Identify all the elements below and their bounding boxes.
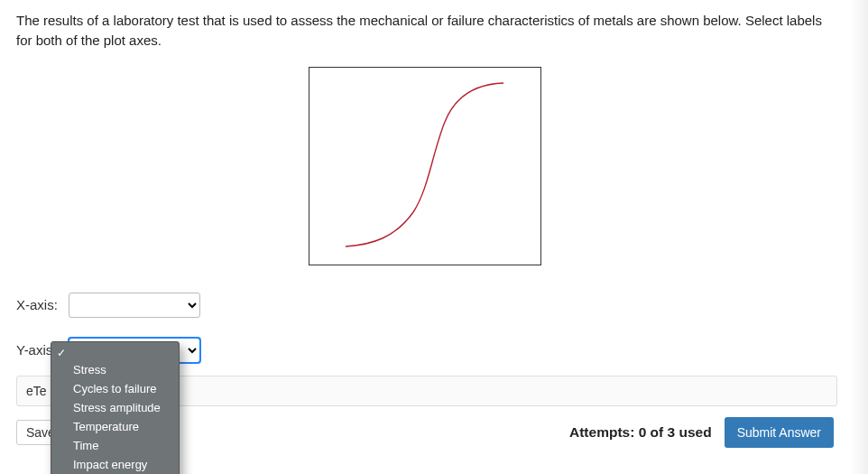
plot-container bbox=[16, 67, 834, 265]
attempts-text: Attempts: 0 of 3 used bbox=[569, 424, 712, 441]
dropdown-option-blank[interactable]: ✓ bbox=[51, 344, 179, 360]
plot-box bbox=[309, 67, 541, 265]
s-curve-plot bbox=[309, 68, 540, 265]
card-right-shadow bbox=[850, 0, 868, 474]
dropdown-option[interactable]: Stress bbox=[51, 360, 179, 379]
dropdown-option[interactable]: Stress amplitude bbox=[51, 398, 179, 417]
check-icon: ✓ bbox=[57, 346, 66, 360]
submit-answer-button[interactable]: Submit Answer bbox=[725, 417, 834, 448]
dropdown-option[interactable]: Temperature bbox=[51, 417, 179, 436]
dropdown-option[interactable]: Cycles to failure bbox=[51, 379, 179, 398]
dropdown-option[interactable]: Time bbox=[51, 436, 179, 455]
x-axis-label: X-axis: bbox=[16, 297, 60, 312]
question-text: The results of a laboratory test that is… bbox=[16, 11, 834, 51]
x-axis-select[interactable] bbox=[69, 293, 200, 318]
dropdown-option[interactable]: Impact energy bbox=[51, 455, 179, 474]
x-axis-row: X-axis: bbox=[16, 293, 834, 318]
y-axis-dropdown-panel[interactable]: ✓ Stress Cycles to failure Stress amplit… bbox=[51, 341, 180, 474]
